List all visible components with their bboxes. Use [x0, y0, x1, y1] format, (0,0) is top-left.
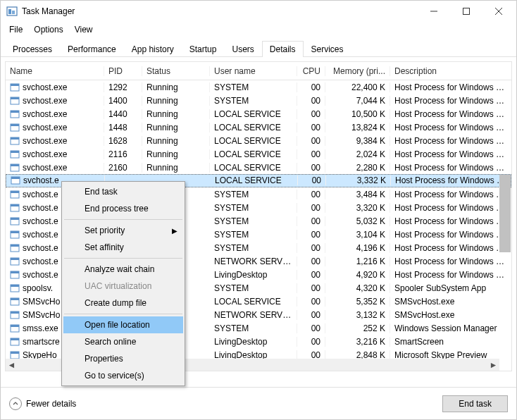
cell-memory: 7,044 K [325, 96, 390, 106]
table-row[interactable]: svchost.exe2116RunningLOCAL SERVICE002,0… [6, 147, 511, 161]
chevron-up-icon [9, 397, 22, 410]
cell-memory: 9,384 K [325, 136, 390, 146]
scroll-right-icon[interactable]: ► [487, 359, 499, 371]
col-header-description[interactable]: Description [390, 66, 511, 76]
tab-app-history[interactable]: App history [124, 41, 182, 57]
cell-memory: 4,196 K [325, 243, 390, 253]
col-header-user[interactable]: User name [210, 66, 297, 76]
ctx-open-file-location[interactable]: Open file location [63, 316, 183, 333]
table-row[interactable]: svchost.exe1628RunningLOCAL SERVICE009,3… [6, 134, 511, 147]
svg-rect-20 [11, 164, 19, 166]
cell-cpu: 00 [297, 123, 325, 132]
cell-description: Host Process for Windows Serv [390, 270, 511, 280]
cell-description: Host Process for Windows Serv [390, 82, 511, 92]
close-button[interactable] [482, 1, 515, 22]
cell-memory: 3,320 K [325, 203, 390, 213]
ctx-set-priority[interactable]: Set priority▶ [63, 222, 183, 239]
cell-cpu: 00 [297, 203, 325, 213]
cell-user: LOCAL SERVICE [210, 163, 297, 173]
cell-cpu: 00 [298, 175, 326, 185]
ctx-analyze-wait-chain[interactable]: Analyze wait chain [63, 261, 183, 278]
cell-cpu: 00 [297, 190, 325, 199]
table-row[interactable]: svchost.exe1440RunningLOCAL SERVICE0010,… [6, 107, 511, 121]
svg-rect-10 [11, 97, 19, 99]
cell-user: SYSTEM [210, 96, 297, 106]
ctx-set-affinity[interactable]: Set affinity [63, 239, 183, 256]
minimize-button[interactable] [418, 1, 450, 22]
cell-user: LOCAL SERVICE [211, 175, 298, 185]
ctx-go-to-services[interactable]: Go to service(s) [63, 367, 183, 384]
cell-status: Running [142, 149, 210, 159]
svg-rect-46 [11, 338, 19, 340]
end-task-button[interactable]: End task [442, 395, 508, 412]
ctx-separator [64, 219, 182, 220]
maximize-button[interactable] [450, 1, 482, 22]
cell-name: svchost.exe [6, 82, 104, 92]
table-row[interactable]: svchost.exe1400RunningSYSTEM007,044 KHos… [6, 94, 511, 107]
fewer-details-toggle[interactable]: Fewer details [9, 397, 76, 410]
tab-users[interactable]: Users [224, 41, 261, 57]
cell-cpu: 00 [297, 82, 325, 92]
ctx-separator [64, 314, 182, 314]
submenu-arrow-icon: ▶ [172, 227, 177, 235]
svg-rect-30 [11, 231, 19, 233]
ctx-end-process-tree[interactable]: End process tree [63, 200, 183, 217]
col-header-memory[interactable]: Memory (pri... [325, 66, 390, 76]
cell-description: SMSvcHost.exe [390, 310, 511, 320]
cell-user: LOCAL SERVICE [210, 109, 297, 119]
svg-rect-40 [11, 298, 19, 300]
scroll-left-icon[interactable]: ◄ [6, 359, 18, 371]
tab-services[interactable]: Services [304, 41, 351, 57]
tab-processes[interactable]: Processes [5, 41, 60, 57]
cell-description: SMSvcHost.exe [390, 297, 511, 307]
cell-pid: 2116 [104, 149, 142, 159]
svg-rect-8 [11, 84, 19, 86]
cell-cpu: 00 [297, 270, 325, 280]
table-row[interactable]: svchost.exe1292RunningSYSTEM0022,400 KHo… [6, 80, 511, 94]
tab-startup[interactable]: Startup [182, 41, 225, 57]
ctx-search-online[interactable]: Search online [63, 333, 183, 350]
cell-description: Host Process for Windows Serv [390, 257, 511, 266]
ctx-uac-virtualization: UAC virtualization [63, 278, 183, 295]
cell-cpu: 00 [297, 216, 325, 226]
cell-status: Running [142, 123, 210, 132]
cell-cpu: 00 [297, 297, 325, 307]
cell-memory: 4,320 K [325, 283, 390, 293]
ctx-properties[interactable]: Properties [63, 350, 183, 367]
ctx-separator [64, 258, 182, 259]
svg-rect-36 [11, 271, 19, 273]
cell-name: svchost.exe [6, 96, 104, 106]
tab-performance[interactable]: Performance [60, 41, 124, 57]
menu-file[interactable]: File [4, 23, 28, 36]
menu-view[interactable]: View [69, 23, 99, 36]
cell-user: SYSTEM [210, 283, 297, 293]
cell-description: Host Process for Windows Serv [390, 109, 511, 119]
cell-description: Host Process for Windows Serv [390, 190, 511, 199]
vertical-scroll-thumb[interactable] [499, 175, 511, 252]
svg-rect-48 [11, 352, 19, 354]
footer-bar: Fewer details End task [1, 387, 516, 419]
cell-name: svchost.exe [6, 123, 104, 132]
table-row[interactable]: svchost.exe2160RunningLOCAL SERVICE002,2… [6, 161, 511, 174]
cell-status: Running [142, 82, 210, 92]
svg-rect-12 [11, 111, 19, 113]
table-row[interactable]: svchost.exe1448RunningLOCAL SERVICE0013,… [6, 121, 511, 134]
svg-rect-44 [11, 325, 19, 327]
ctx-create-dump-file[interactable]: Create dump file [63, 295, 183, 311]
cell-status: Running [142, 136, 210, 146]
col-header-name[interactable]: Name [6, 66, 104, 76]
fewer-details-label: Fewer details [26, 399, 76, 409]
col-header-cpu[interactable]: CPU [297, 66, 325, 76]
ctx-end-task[interactable]: End task [63, 183, 183, 200]
cell-user: SYSTEM [210, 216, 297, 226]
col-header-status[interactable]: Status [142, 66, 210, 76]
cell-cpu: 00 [297, 96, 325, 106]
cell-cpu: 00 [297, 109, 325, 119]
cell-cpu: 00 [297, 337, 325, 347]
menu-options[interactable]: Options [28, 23, 68, 36]
col-header-pid[interactable]: PID [104, 66, 142, 76]
tab-details[interactable]: Details [262, 41, 304, 57]
app-icon [6, 6, 18, 17]
cell-memory: 1,216 K [325, 257, 390, 266]
cell-name: svchost.exe [6, 163, 104, 173]
